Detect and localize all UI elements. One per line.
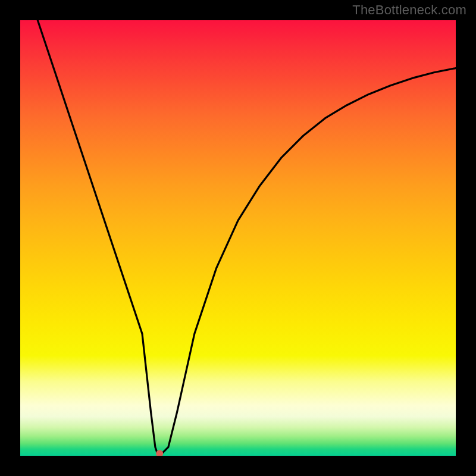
bottleneck-curve xyxy=(37,20,456,453)
plot-area xyxy=(20,20,456,456)
curve-layer xyxy=(20,20,456,456)
chart-frame: TheBottleneck.com xyxy=(0,0,476,476)
watermark-text: TheBottleneck.com xyxy=(352,2,466,18)
